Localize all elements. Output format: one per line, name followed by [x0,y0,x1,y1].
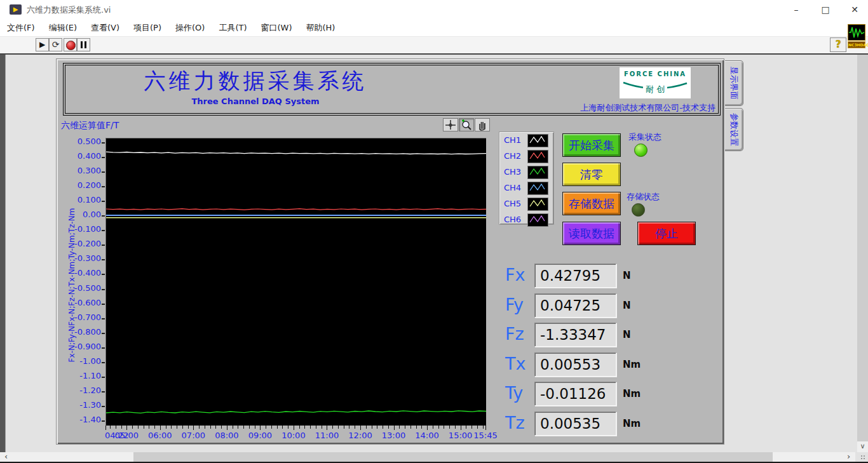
y-tick-mark [102,377,105,378]
toolbar: ▶ ⟳ [0,37,868,55]
readout-value-tz[interactable]: 0.00535 [534,412,616,436]
legend-item-ch2[interactable]: CH2 [499,149,553,164]
clear-zero-button[interactable]: 清零 [562,163,621,186]
legend-item-ch3[interactable]: CH3 [499,164,553,180]
menu-item-6[interactable]: 窗口(W) [254,19,299,37]
x-minor-tick [288,426,288,429]
y-tick-label: -0.800 [63,327,101,337]
x-major-tick [160,426,161,430]
readout-unit: N [623,329,631,340]
store-status-led [632,203,645,217]
legend-item-ch6[interactable]: CH6 [499,212,553,227]
pan-tool-button[interactable] [475,118,490,131]
y-tick-mark [102,186,105,187]
tab-parameter-settings[interactable]: 参数设置 [725,108,743,151]
window-title: 六维力数据采集系统.vi [27,4,111,16]
readout-unit: N [623,300,631,311]
scroll-left-button[interactable]: ‹ [0,452,12,462]
scroll-right-button[interactable]: › [843,452,855,462]
hand-icon [475,119,489,131]
maximize-button[interactable]: □ [815,0,836,19]
readout-value-fy[interactable]: 0.04725 [534,293,616,318]
y-tick-label: 0.400 [63,151,101,161]
x-minor-tick [477,426,478,429]
read-data-button[interactable]: 读取数据 [562,222,621,245]
legend-item-ch5[interactable]: CH5 [499,196,553,211]
minimize-button[interactable]: – [785,0,807,19]
help-button[interactable]: ? [830,37,846,52]
readout-value-fz[interactable]: -1.33347 [534,323,616,347]
abort-button[interactable] [64,38,77,51]
y-tick-mark [102,201,105,202]
tab-display-interface[interactable]: 显示界面 [725,60,743,106]
x-minor-tick [344,426,344,429]
plot-legend[interactable]: CH1CH2CH3CH4CH5CH6 [499,131,554,225]
x-minor-tick [310,426,311,429]
y-tick-label: 0.500 [63,137,101,146]
store-data-button[interactable]: 存储数据 [562,192,621,215]
x-minor-tick [383,426,383,429]
legend-swatch-icon [527,182,548,195]
vi-icon-badge[interactable]: NC3HDAQ [848,24,867,51]
y-tick-mark [102,304,105,305]
close-button[interactable]: ✕ [844,0,865,19]
readout-value-tx[interactable]: 0.00553 [534,352,616,377]
horizontal-scrollbar[interactable]: ‹ › [0,452,868,462]
run-icon: ▶ [39,40,45,49]
readout-value-ty[interactable]: -0.01126 [534,382,616,406]
y-tick-label: -0.500 [63,283,101,293]
cursor-tool-button[interactable] [443,118,458,131]
x-tick-label: 06:00 [148,431,172,440]
zoom-tool-button[interactable] [459,118,474,131]
x-minor-tick [255,426,255,429]
run-button[interactable]: ▶ [36,38,49,51]
system-subtitle: Three Channel DAQ System [78,97,433,106]
vertical-scrollbar-thumb[interactable] [857,55,868,441]
y-tick-label: -0.200 [63,239,101,248]
y-tick-mark [102,274,105,275]
x-minor-tick [205,426,205,429]
stop-button[interactable]: 停止 [637,222,696,245]
logo-text: FORCE CHINA [620,70,691,77]
labview-app-icon: ▶ [10,4,22,15]
menu-item-5[interactable]: 工具(T) [212,19,254,37]
x-minor-tick [149,426,149,429]
scroll-down-button[interactable]: ∨ [857,441,868,452]
y-tick-mark [102,347,105,349]
x-minor-tick [388,426,389,429]
x-major-tick [105,426,106,430]
menu-item-4[interactable]: 操作(O) [168,19,212,37]
x-minor-tick [210,426,211,429]
menu-item-3[interactable]: 项目(P) [126,19,168,37]
y-tick-label: 0.00 [63,210,101,219]
legend-label: CH3 [504,167,521,177]
vertical-scrollbar[interactable]: ∨ [857,55,868,452]
x-major-tick [294,426,294,430]
y-tick-label: -1.30 [63,400,101,410]
x-minor-tick [299,426,300,429]
legend-item-ch4[interactable]: CH4 [499,180,553,196]
start-acquire-button[interactable]: 开始采集 [562,133,621,157]
x-minor-tick [438,426,439,429]
menu-item-0[interactable]: 文件(F) [0,19,42,37]
menu-item-1[interactable]: 编辑(E) [42,19,84,37]
x-tick-label: 15:00 [449,431,472,440]
readout-unit: Nm [623,418,641,429]
horizontal-scrollbar-thumb[interactable] [133,452,773,462]
y-tick-label: -1.00 [63,356,101,366]
continuous-run-button[interactable]: ⟳ [49,38,62,51]
trace-ch2 [106,209,486,210]
readout-value-fx[interactable]: 0.42795 [534,264,616,288]
legend-item-ch1[interactable]: CH1 [499,133,553,148]
menu-bar: 文件(F)编辑(E)查看(V)项目(P)操作(O)工具(T)窗口(W)帮助(H) [0,19,868,37]
pause-button[interactable] [77,38,90,51]
resize-corner[interactable] [855,452,868,462]
menu-item-7[interactable]: 帮助(H) [299,19,342,37]
x-minor-tick [282,426,283,429]
x-tick-label: 08:00 [215,431,238,440]
x-tick-label: 09:00 [248,431,272,440]
x-minor-tick [349,426,349,429]
y-tick-label: 0.300 [63,166,101,175]
waveform-chart[interactable] [105,138,486,426]
menu-item-2[interactable]: 查看(V) [84,19,126,37]
